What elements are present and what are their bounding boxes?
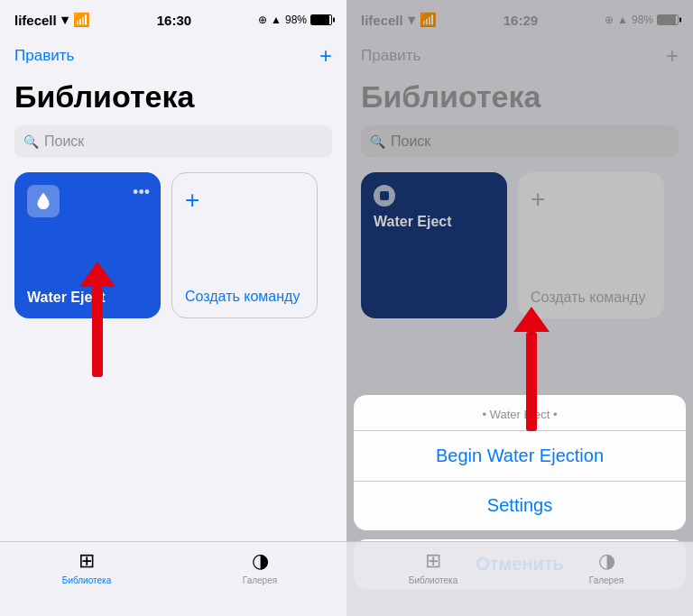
create-label: Создать команду [185,288,300,305]
water-eject-label: Water Eject [27,290,106,306]
left-status-bar: lifecell ▾ 📶 16:30 ⊕ ▲ 98% [0,0,346,40]
left-battery-info: ⊕ ▲ 98% [258,14,332,26]
right-tab-gallery[interactable]: ◑ Галерея [520,549,693,585]
library-tab-icon: ⊞ [79,549,95,573]
action-sheet-menu: • Water Eject • Begin Water Ejection Set… [354,395,686,530]
left-search-placeholder: Поиск [44,133,84,150]
left-battery-icon [310,14,332,25]
left-shortcuts-grid: ••• Water Eject + Создать команду [0,172,346,318]
left-carrier: lifecell ▾ 📶 [14,12,90,28]
left-nav-bar: Править + [0,40,346,76]
left-search-bar[interactable]: 🔍 Поиск [14,125,332,158]
left-time: 16:30 [157,13,191,28]
left-gallery-label: Галерея [243,575,277,585]
settings-button[interactable]: Settings [354,481,686,530]
right-tab-bar: ⊞ Библиотека ◑ Галерея [346,541,693,616]
right-gallery-tab-icon: ◑ [598,549,615,573]
left-page-title: Библиотека [0,76,346,125]
right-tab-library[interactable]: ⊞ Библиотека [346,549,520,585]
left-tab-library[interactable]: ⊞ Библиотека [0,549,173,585]
begin-water-ejection-button[interactable]: Begin Water Ejection [354,431,686,481]
right-library-label: Библиотека [409,575,457,585]
left-edit-button[interactable]: Править [14,47,74,65]
gallery-tab-icon: ◑ [252,549,269,573]
left-tab-gallery[interactable]: ◑ Галерея [173,549,346,585]
action-sheet-overlay[interactable]: • Water Eject • Begin Water Ejection Set… [346,0,693,616]
water-eject-icon [27,185,60,217]
left-tab-bar: ⊞ Библиотека ◑ Галерея [0,541,346,616]
left-create-card[interactable]: + Создать команду [171,172,318,318]
left-panel: lifecell ▾ 📶 16:30 ⊕ ▲ 98% Править + Биб… [0,0,346,616]
left-add-button[interactable]: + [319,43,332,69]
water-eject-more-button[interactable]: ••• [133,183,150,202]
left-library-label: Библиотека [62,575,111,585]
left-water-eject-card[interactable]: ••• Water Eject [14,172,161,318]
left-search-icon: 🔍 [23,134,39,149]
right-panel: lifecell ▾ 📶 16:29 ⊕ ▲ 98% Править + Биб… [346,0,693,616]
create-icon: + [185,186,199,215]
action-sheet-title: • Water Eject • [354,395,686,430]
right-gallery-label: Галерея [589,575,624,585]
right-library-tab-icon: ⊞ [425,549,441,573]
